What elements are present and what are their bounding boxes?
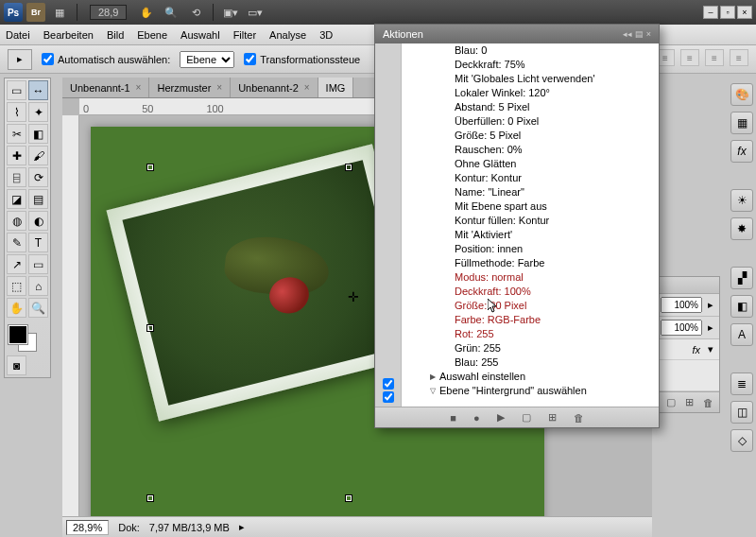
trash-icon[interactable]: 🗑 bbox=[703, 397, 713, 408]
healing-tool-icon[interactable]: ✚ bbox=[7, 146, 26, 165]
pen-tool-icon[interactable]: ✎ bbox=[7, 233, 26, 252]
film-icon[interactable]: ▦ bbox=[49, 3, 70, 22]
action-step[interactable]: Deckkraft: 100% bbox=[402, 285, 659, 299]
align-icon[interactable]: ≡ bbox=[680, 49, 699, 66]
action-step[interactable]: Mit 'Globales Licht verwenden' bbox=[402, 72, 659, 86]
menu-filter[interactable]: Filter bbox=[233, 29, 256, 41]
arrange-docs-icon[interactable]: ▣▾ bbox=[220, 3, 241, 22]
close-icon[interactable]: × bbox=[136, 82, 142, 93]
history-brush-icon[interactable]: ⟳ bbox=[28, 167, 48, 187]
action-step[interactable]: Modus: normal bbox=[402, 270, 659, 285]
action-toggle[interactable] bbox=[383, 378, 394, 390]
menu-bild[interactable]: Bild bbox=[107, 29, 124, 41]
navigator-panel-icon[interactable]: ◧ bbox=[730, 295, 753, 318]
paths-panel-icon[interactable]: ◇ bbox=[730, 429, 753, 452]
screen-mode-icon[interactable]: ▭▾ bbox=[245, 3, 266, 22]
info-panel-icon[interactable]: A bbox=[730, 323, 753, 346]
eraser-tool-icon[interactable]: ◪ bbox=[7, 189, 26, 209]
blur-tool-icon[interactable]: ◍ bbox=[7, 211, 26, 231]
action-step[interactable]: Farbe: RGB-Farbe bbox=[402, 313, 659, 327]
move-tool-icon[interactable]: ↔ bbox=[28, 80, 48, 100]
transform-handle[interactable] bbox=[147, 325, 153, 331]
gradient-tool-icon[interactable]: ▤ bbox=[28, 189, 48, 209]
action-step[interactable]: Rot: 255 bbox=[402, 327, 659, 341]
stamp-tool-icon[interactable]: ⌸ bbox=[7, 167, 26, 187]
type-tool-icon[interactable]: T bbox=[28, 233, 48, 252]
action-step[interactable]: Kontur: Kontur bbox=[402, 171, 659, 185]
action-step[interactable]: Blau: 255 bbox=[402, 355, 659, 370]
3d-camera-icon[interactable]: ⌂ bbox=[28, 276, 48, 296]
chevron-right-icon[interactable]: ▸ bbox=[708, 321, 713, 334]
actions-panel[interactable]: Aktionen ◂◂▤× Blau: 0Deckkraft: 75%Mit '… bbox=[374, 24, 660, 428]
minimize-icon[interactable]: – bbox=[703, 6, 718, 19]
hand-tool-icon[interactable]: ✋ bbox=[136, 3, 157, 22]
action-item[interactable]: ▶Auswahl einstellen bbox=[402, 370, 659, 384]
action-step[interactable]: Kontur füllen: Kontur bbox=[402, 214, 659, 228]
masks-panel-icon[interactable]: ✸ bbox=[730, 217, 753, 240]
tab-img[interactable]: IMG bbox=[318, 78, 354, 97]
close-icon[interactable]: × bbox=[737, 6, 752, 19]
auto-select-checkbox[interactable]: Automatisch auswählen: bbox=[42, 53, 170, 65]
opacity-field[interactable] bbox=[661, 297, 702, 313]
action-step[interactable]: Mit Ebene spart aus bbox=[402, 199, 659, 214]
3d-tool-icon[interactable]: ⬚ bbox=[7, 276, 26, 296]
disclosure-icon[interactable]: ▶ bbox=[430, 370, 436, 384]
transform-handle[interactable] bbox=[346, 495, 352, 501]
tab-unbenannt-1[interactable]: Unbenannt-1× bbox=[62, 78, 149, 97]
action-step[interactable]: Mit 'Aktiviert' bbox=[402, 228, 659, 242]
action-step[interactable]: Position: innen bbox=[402, 242, 659, 256]
action-step[interactable]: Blau: 0 bbox=[402, 43, 659, 58]
align-icon[interactable]: ≡ bbox=[705, 49, 724, 66]
chevron-right-icon[interactable]: ▸ bbox=[708, 299, 713, 311]
menu-datei[interactable]: Datei bbox=[6, 29, 30, 41]
photoshop-icon[interactable]: Ps bbox=[4, 3, 23, 22]
zoom-tool-icon[interactable]: 🔍 bbox=[28, 298, 48, 318]
transform-handle[interactable] bbox=[147, 495, 153, 501]
action-step[interactable]: Größe: 80 Pixel bbox=[402, 299, 659, 313]
action-step[interactable]: Überfüllen: 0 Pixel bbox=[402, 114, 659, 129]
lasso-tool-icon[interactable]: ⌇ bbox=[7, 102, 26, 122]
transform-handle[interactable] bbox=[346, 165, 352, 170]
eyedropper-tool-icon[interactable]: ◧ bbox=[28, 124, 48, 144]
styles-panel-icon[interactable]: fx bbox=[730, 140, 753, 163]
tab-herzmuster[interactable]: Herzmuster× bbox=[149, 78, 231, 97]
action-step[interactable]: Rauschen: 0% bbox=[402, 143, 659, 157]
adjustments-panel-icon[interactable]: ☀ bbox=[730, 189, 753, 212]
close-icon[interactable]: × bbox=[304, 82, 310, 93]
chevron-right-icon[interactable]: ▸ bbox=[239, 521, 245, 533]
foreground-color[interactable] bbox=[9, 325, 27, 344]
auto-select-input[interactable] bbox=[42, 53, 54, 65]
channels-panel-icon[interactable]: ◫ bbox=[730, 401, 753, 424]
action-step[interactable]: Lokaler Winkel: 120° bbox=[402, 86, 659, 100]
bridge-icon[interactable]: Br bbox=[26, 3, 45, 22]
hand-tool-icon[interactable]: ✋ bbox=[7, 298, 26, 318]
color-panel-icon[interactable]: 🎨 bbox=[730, 83, 753, 106]
menu-analyse[interactable]: Analyse bbox=[269, 29, 306, 41]
layers-panel-icon[interactable]: ≣ bbox=[730, 372, 753, 395]
shape-tool-icon[interactable]: ▭ bbox=[28, 254, 48, 274]
actions-list[interactable]: Blau: 0Deckkraft: 75%Mit 'Globales Licht… bbox=[402, 43, 659, 407]
collapse-icon[interactable]: ◂◂ bbox=[623, 29, 632, 39]
wand-tool-icon[interactable]: ✦ bbox=[28, 102, 48, 122]
histogram-panel-icon[interactable]: ▞ bbox=[730, 267, 753, 289]
action-step[interactable]: Abstand: 5 Pixel bbox=[402, 100, 659, 114]
action-step[interactable]: Deckkraft: 75% bbox=[402, 58, 659, 72]
transform-handle[interactable] bbox=[147, 165, 153, 170]
action-step[interactable]: Name: "Linear" bbox=[402, 185, 659, 199]
new-set-icon[interactable]: ▢ bbox=[522, 411, 531, 424]
stop-icon[interactable]: ■ bbox=[450, 412, 456, 424]
path-tool-icon[interactable]: ↗ bbox=[7, 254, 26, 274]
action-toggle[interactable] bbox=[383, 391, 394, 403]
chevron-down-icon[interactable]: ▾ bbox=[708, 343, 713, 355]
align-icon[interactable]: ≡ bbox=[730, 49, 748, 66]
color-swatches[interactable] bbox=[7, 323, 48, 354]
fill-field[interactable] bbox=[661, 320, 702, 336]
action-step[interactable]: Größe: 5 Pixel bbox=[402, 129, 659, 143]
action-step[interactable]: Grün: 255 bbox=[402, 341, 659, 355]
menu-auswahl[interactable]: Auswahl bbox=[180, 29, 220, 41]
new-action-icon[interactable]: ⊞ bbox=[548, 411, 557, 424]
play-icon[interactable]: ▶ bbox=[497, 411, 505, 424]
disclosure-icon[interactable]: ▽ bbox=[430, 384, 436, 398]
brush-tool-icon[interactable]: 🖌 bbox=[28, 146, 48, 165]
action-step[interactable]: Ohne Glätten bbox=[402, 157, 659, 171]
